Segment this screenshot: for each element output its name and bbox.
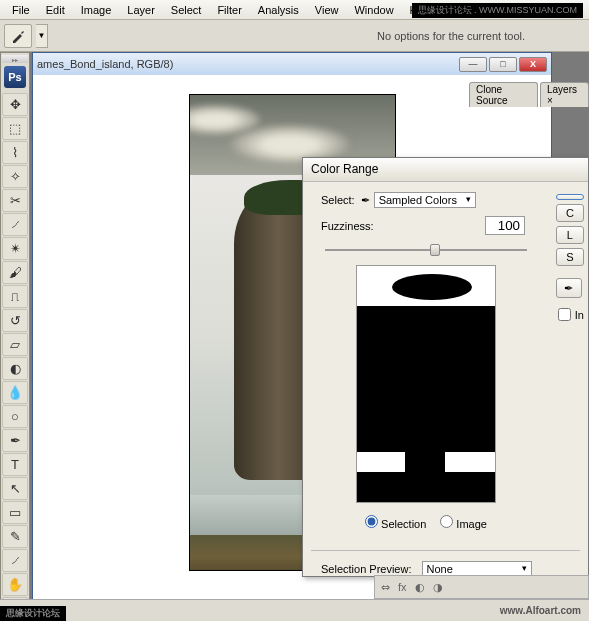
color-range-dialog: Color Range Select: ✒ Sampled Colors Fuz…	[302, 157, 589, 577]
close-button[interactable]: X	[519, 57, 547, 72]
slice-tool[interactable]: ⟋	[2, 213, 28, 236]
options-bar: 思缘设计论坛 . WWW.MISSYUAN.COM ▼ No options f…	[0, 20, 589, 52]
fuzziness-input[interactable]	[485, 216, 525, 235]
blur-tool[interactable]: 💧	[2, 381, 28, 404]
mask-icon[interactable]: ◐	[415, 581, 425, 594]
gradient-tool[interactable]: ◐	[2, 357, 28, 380]
brush-tool[interactable]: 🖌	[2, 261, 28, 284]
document-titlebar[interactable]: ames_Bond_island, RGB/8) — □ X	[33, 53, 551, 75]
eyedropper-sampler-icon[interactable]: ✒	[556, 278, 582, 298]
stamp-tool[interactable]: ⎍	[2, 285, 28, 308]
dialog-title[interactable]: Color Range	[303, 158, 588, 182]
radio-image[interactable]: Image	[440, 515, 487, 530]
layers-bottom-bar: ⇔ fx ◐ ◑	[374, 575, 589, 599]
options-message: No options for the current tool.	[377, 30, 525, 42]
fuzziness-label: Fuzziness:	[321, 220, 374, 232]
type-tool[interactable]: T	[2, 453, 28, 476]
tool-dropdown-icon[interactable]: ▼	[36, 24, 48, 48]
lasso-tool[interactable]: ⌇	[2, 141, 28, 164]
credit-link: www.Alfoart.com	[500, 605, 581, 616]
crop-tool[interactable]: ✂	[2, 189, 28, 212]
watermark-bottom-left: 思缘设计论坛	[0, 606, 66, 621]
panels-dock: Clone Source Layers ×	[379, 82, 589, 106]
invert-checkbox[interactable]: In	[556, 308, 584, 321]
document-title: ames_Bond_island, RGB/8)	[37, 58, 173, 70]
pen-tool[interactable]: ✒	[2, 429, 28, 452]
menu-layer[interactable]: Layer	[119, 2, 163, 17]
menu-view[interactable]: View	[307, 2, 347, 17]
tab-layers[interactable]: Layers ×	[540, 82, 589, 107]
fuzziness-slider[interactable]	[325, 243, 527, 257]
app-logo-icon: Ps	[4, 66, 26, 88]
watermark-top: 思缘设计论坛 . WWW.MISSYUAN.COM	[412, 3, 584, 18]
menu-filter[interactable]: Filter	[209, 2, 249, 17]
marquee-tool[interactable]: ⬚	[2, 117, 28, 140]
load-button[interactable]: L	[556, 226, 584, 244]
toolbox-grip[interactable]: ▸▸	[2, 55, 28, 63]
eyedropper-icon: ✒	[361, 194, 370, 207]
link-layers-icon[interactable]: ⇔	[381, 581, 390, 594]
minimize-button[interactable]: —	[459, 57, 487, 72]
shape-tool[interactable]: ▭	[2, 501, 28, 524]
cancel-button[interactable]: C	[556, 204, 584, 222]
eyedropper-tool-icon[interactable]	[4, 24, 32, 48]
eyedropper-tool[interactable]: ⟋	[2, 549, 28, 572]
history-brush-tool[interactable]: ↺	[2, 309, 28, 332]
hand-tool[interactable]: ✋	[2, 573, 28, 596]
dodge-tool[interactable]: ○	[2, 405, 28, 428]
path-tool[interactable]: ↖	[2, 477, 28, 500]
maximize-button[interactable]: □	[489, 57, 517, 72]
menu-image[interactable]: Image	[73, 2, 120, 17]
menu-file[interactable]: File	[4, 2, 38, 17]
notes-tool[interactable]: ✎	[2, 525, 28, 548]
eraser-tool[interactable]: ▱	[2, 333, 28, 356]
save-button[interactable]: S	[556, 248, 584, 266]
menu-edit[interactable]: Edit	[38, 2, 73, 17]
adjustment-icon[interactable]: ◑	[433, 581, 443, 594]
select-dropdown[interactable]: Sampled Colors	[374, 192, 476, 208]
menu-analysis[interactable]: Analysis	[250, 2, 307, 17]
menu-select[interactable]: Select	[163, 2, 210, 17]
selection-preview-label: Selection Preview:	[321, 563, 412, 575]
tab-clone-source[interactable]: Clone Source	[469, 82, 538, 107]
workspace: ▸▸ Ps ✥ ⬚ ⌇ ✧ ✂ ⟋ ✴ 🖌 ⎍ ↺ ▱ ◐ 💧 ○ ✒ T ↖ …	[0, 52, 589, 621]
spot-heal-tool[interactable]: ✴	[2, 237, 28, 260]
menu-window[interactable]: Window	[346, 2, 401, 17]
select-label: Select:	[321, 194, 355, 206]
move-tool[interactable]: ✥	[2, 93, 28, 116]
toolbox: ▸▸ Ps ✥ ⬚ ⌇ ✧ ✂ ⟋ ✴ 🖌 ⎍ ↺ ▱ ◐ 💧 ○ ✒ T ↖ …	[0, 52, 30, 621]
ok-button[interactable]	[556, 194, 584, 200]
radio-selection[interactable]: Selection	[365, 515, 426, 530]
selection-preview[interactable]	[356, 265, 496, 503]
fx-icon[interactable]: fx	[398, 581, 407, 593]
wand-tool[interactable]: ✧	[2, 165, 28, 188]
status-bar: 思缘设计论坛 www.Alfoart.com	[0, 599, 589, 621]
